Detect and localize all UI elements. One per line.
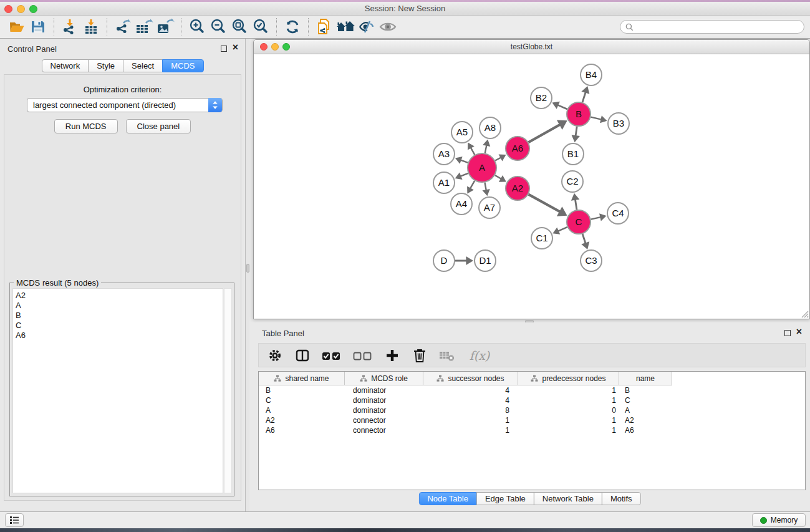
export-network-icon[interactable] (112, 17, 133, 36)
graph-edge-A-A6[interactable] (495, 157, 501, 160)
window-resize-grip[interactable] (800, 309, 809, 318)
zoom-window-button[interactable] (29, 5, 37, 13)
minimize-window-button[interactable] (17, 5, 25, 13)
search-icon (625, 23, 634, 31)
graph-edge-B-B3[interactable] (591, 117, 601, 120)
tab-network-table[interactable]: Network Table (534, 492, 602, 505)
save-session-icon[interactable] (27, 17, 49, 36)
tab-edge-table[interactable]: Edge Table (476, 492, 534, 505)
tab-mcds[interactable]: MCDS (162, 59, 203, 72)
float-panel-icon[interactable] (221, 46, 227, 52)
toolbar-separator (181, 18, 181, 36)
import-table-icon[interactable] (80, 17, 102, 36)
unselect-all-icon[interactable] (352, 347, 374, 364)
table-row[interactable]: Bdominator41B (259, 385, 805, 395)
refresh-view-icon[interactable] (282, 17, 303, 36)
zoom-network-window-button[interactable] (282, 43, 290, 51)
mcds-result-item[interactable]: B (13, 311, 223, 321)
table-options-gear-icon[interactable] (266, 347, 284, 364)
task-history-button[interactable] (5, 513, 24, 527)
table-row[interactable]: A2connector11A2 (259, 415, 805, 425)
column-header-predecessor-nodes[interactable]: predecessor nodes (518, 372, 619, 385)
close-network-window-button[interactable] (260, 43, 268, 51)
close-panel-button[interactable]: Close panel (126, 119, 191, 133)
zoom-selected-icon[interactable] (250, 17, 271, 36)
table-cell: C (619, 396, 672, 405)
graph-edge-A-A3[interactable] (461, 160, 468, 163)
graph-edge-B-B1[interactable] (576, 127, 577, 136)
search-field[interactable] (620, 20, 804, 34)
graph-edge-A2-C[interactable] (529, 195, 560, 212)
graph-node-label: A7 (484, 202, 495, 213)
table-row[interactable]: Adominator80A (259, 405, 805, 415)
graph-edge-A-A2[interactable] (495, 175, 501, 179)
fx-label: f(x) (468, 349, 490, 362)
graph-edge-A-A7[interactable] (485, 183, 486, 191)
run-mcds-button[interactable]: Run MCDS (54, 119, 118, 133)
table-row[interactable]: Cdominator41C (259, 395, 805, 405)
mcds-result-item[interactable]: A6 (13, 331, 223, 341)
tab-motifs[interactable]: Motifs (602, 492, 641, 505)
zoom-in-icon[interactable] (186, 17, 208, 36)
graph-edge-C-C4[interactable] (591, 217, 601, 220)
minimize-network-window-button[interactable] (271, 43, 279, 51)
search-input[interactable] (634, 22, 804, 31)
mcds-result-scrollbar[interactable] (224, 288, 232, 493)
graph-node-label: C1 (536, 233, 547, 243)
float-table-panel-icon[interactable] (784, 330, 791, 336)
tab-network[interactable]: Network (41, 59, 89, 72)
network-canvas-area[interactable]: B4B2BB3A5A8A6A3AB1A1C2A2A4A7CC4C1C3DD1 (254, 54, 809, 319)
graph-edge-A6-B[interactable] (528, 125, 560, 142)
column-header-name[interactable]: name (619, 372, 672, 385)
vertical-split-divider[interactable] (245, 39, 249, 511)
close-panel-icon[interactable]: × (233, 42, 238, 53)
graph-edge-B-B2[interactable] (557, 105, 567, 109)
network-canvas[interactable]: B4B2BB3A5A8A6A3AB1A1C2A2A4A7CC4C1C3DD1 (254, 54, 809, 319)
graph-edge-A-A8[interactable] (485, 145, 487, 153)
memory-button[interactable]: Memory (752, 513, 806, 527)
graph-edge-A-A5[interactable] (471, 148, 475, 155)
show-columns-icon[interactable] (293, 347, 312, 364)
mcds-result-item[interactable]: A (13, 301, 223, 311)
reset-home-layout-icon[interactable] (335, 17, 356, 36)
graph-node-label: A3 (438, 148, 450, 159)
show-panels-eye-icon[interactable] (377, 17, 398, 36)
graph-edge-A-A4[interactable] (470, 181, 475, 189)
graph-edge-A-A1[interactable] (460, 173, 468, 177)
tab-select[interactable]: Select (123, 59, 163, 72)
main-toolbar (0, 16, 810, 39)
tab-node-table[interactable]: Node Table (418, 492, 477, 505)
tab-style[interactable]: Style (88, 59, 123, 72)
close-window-button[interactable] (4, 5, 12, 13)
graph-edge-C-C3[interactable] (582, 234, 586, 243)
graph-node-label: D (441, 255, 448, 266)
hide-panels-eye-icon[interactable] (356, 17, 377, 36)
export-image-icon[interactable] (155, 17, 176, 36)
graph-edge-B-B4[interactable] (582, 92, 586, 102)
select-all-icon[interactable] (321, 347, 343, 364)
zoom-out-icon[interactable] (208, 17, 229, 36)
criterion-select[interactable]: largest connected component (directed) (27, 98, 223, 112)
mcds-result-item[interactable]: A2 (13, 291, 223, 301)
copy-network-view-icon[interactable] (314, 17, 335, 36)
column-header-shared-name[interactable]: shared name (259, 372, 345, 385)
table-row[interactable]: A6connector11A6 (259, 425, 805, 435)
column-header-successor-nodes[interactable]: successor nodes (423, 372, 518, 385)
network-window-titlebar[interactable]: testGlobe.txt (254, 40, 809, 54)
graph-node-label: C4 (612, 208, 624, 218)
mcds-result-item[interactable]: C (13, 321, 223, 331)
close-table-panel-icon[interactable]: × (796, 326, 802, 337)
create-column-plus-icon[interactable] (383, 347, 402, 364)
graph-edge-C-C2[interactable] (575, 200, 577, 210)
export-table-icon[interactable] (133, 17, 155, 36)
delete-columns-trash-icon[interactable] (410, 347, 429, 364)
delete-table-icon[interactable] (438, 347, 456, 364)
function-builder-icon[interactable]: f(x) (465, 347, 493, 364)
import-network-icon[interactable] (59, 17, 80, 36)
open-session-icon[interactable] (6, 17, 27, 36)
zoom-fit-icon[interactable] (229, 17, 250, 36)
graph-edge-arrowhead (483, 140, 490, 147)
control-panel: Control Panel × NetworkStyleSelectMCDS O… (0, 39, 245, 511)
column-header-mcds-role[interactable]: MCDS role (345, 372, 423, 385)
graph-edge-C-C1[interactable] (558, 227, 567, 231)
